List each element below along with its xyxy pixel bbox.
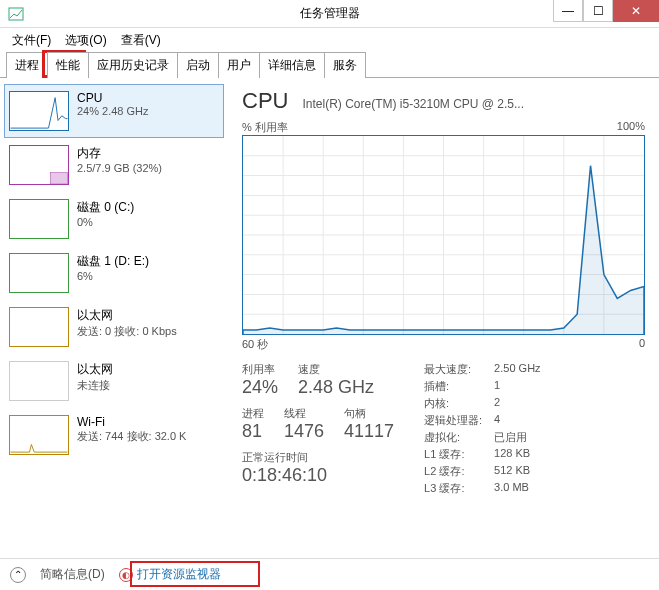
sidebar-eth0-title: 以太网 bbox=[77, 307, 177, 324]
cores-k: 内核: bbox=[424, 396, 494, 411]
cpu-thumb-icon bbox=[9, 91, 69, 131]
footer-bar: ⌃ 简略信息(D) ◐ 打开资源监视器 bbox=[0, 558, 659, 590]
cpu-description: Intel(R) Core(TM) i5-3210M CPU @ 2.5... bbox=[302, 97, 645, 111]
tab-bar: 进程 性能 应用历史记录 启动 用户 详细信息 服务 bbox=[0, 52, 659, 78]
fewer-details-icon[interactable]: ⌃ bbox=[10, 567, 26, 583]
menu-view[interactable]: 查看(V) bbox=[115, 30, 167, 51]
sidebar-item-disk1[interactable]: 磁盘 1 (D: E:) 6% bbox=[4, 246, 224, 300]
speed-label: 速度 bbox=[298, 362, 374, 377]
sidebar-eth1-sub: 未连接 bbox=[77, 378, 113, 393]
sidebar-item-memory[interactable]: 内存 2.5/7.9 GB (32%) bbox=[4, 138, 224, 192]
maxspeed-k: 最大速度: bbox=[424, 362, 494, 377]
sidebar-item-disk0[interactable]: 磁盘 0 (C:) 0% bbox=[4, 192, 224, 246]
handle-label: 句柄 bbox=[344, 406, 394, 421]
uptime-value: 0:18:46:10 bbox=[242, 465, 394, 486]
brief-info-link[interactable]: 简略信息(D) bbox=[40, 566, 105, 583]
sidebar-item-cpu[interactable]: CPU 24% 2.48 GHz bbox=[4, 84, 224, 138]
speed-value: 2.48 GHz bbox=[298, 377, 374, 398]
content-area: CPU 24% 2.48 GHz 内存 2.5/7.9 GB (32%) 磁盘 … bbox=[0, 78, 659, 558]
l1-v: 128 KB bbox=[494, 447, 530, 462]
svg-rect-0 bbox=[9, 8, 23, 20]
tab-app-history[interactable]: 应用历史记录 bbox=[88, 52, 178, 78]
window-title: 任务管理器 bbox=[300, 5, 360, 22]
wifi-thumb-icon bbox=[9, 415, 69, 455]
sidebar-cpu-sub: 24% 2.48 GHz bbox=[77, 105, 149, 117]
tab-details[interactable]: 详细信息 bbox=[259, 52, 325, 78]
sidebar: CPU 24% 2.48 GHz 内存 2.5/7.9 GB (32%) 磁盘 … bbox=[0, 78, 228, 558]
sidebar-mem-sub: 2.5/7.9 GB (32%) bbox=[77, 162, 162, 174]
resmon-label: 打开资源监视器 bbox=[137, 566, 221, 583]
virt-k: 虚拟化: bbox=[424, 430, 494, 445]
proc-label: 进程 bbox=[242, 406, 264, 421]
close-button[interactable]: ✕ bbox=[613, 0, 659, 22]
window-controls: — ☐ ✕ bbox=[553, 0, 659, 22]
virt-v: 已启用 bbox=[494, 430, 527, 445]
maxspeed-v: 2.50 GHz bbox=[494, 362, 540, 377]
main-heading: CPU bbox=[242, 88, 288, 114]
sidebar-mem-title: 内存 bbox=[77, 145, 162, 162]
maximize-button[interactable]: ☐ bbox=[583, 0, 613, 22]
l1-k: L1 缓存: bbox=[424, 447, 494, 462]
sidebar-disk1-title: 磁盘 1 (D: E:) bbox=[77, 253, 149, 270]
app-icon bbox=[8, 6, 24, 22]
open-resource-monitor-link[interactable]: ◐ 打开资源监视器 bbox=[119, 566, 221, 583]
sidebar-disk0-sub: 0% bbox=[77, 216, 134, 228]
logical-k: 逻辑处理器: bbox=[424, 413, 494, 428]
tab-performance[interactable]: 性能 bbox=[47, 52, 89, 78]
proc-value: 81 bbox=[242, 421, 264, 442]
menu-options[interactable]: 选项(O) bbox=[59, 30, 112, 51]
disk1-thumb-icon bbox=[9, 253, 69, 293]
sidebar-item-eth1[interactable]: 以太网 未连接 bbox=[4, 354, 224, 408]
handle-value: 41117 bbox=[344, 421, 394, 442]
sidebar-item-wifi[interactable]: Wi-Fi 发送: 744 接收: 32.0 K bbox=[4, 408, 224, 462]
main-panel: CPU Intel(R) Core(TM) i5-3210M CPU @ 2.5… bbox=[228, 78, 659, 558]
tab-startup[interactable]: 启动 bbox=[177, 52, 219, 78]
cpu-chart bbox=[242, 135, 645, 335]
sockets-k: 插槽: bbox=[424, 379, 494, 394]
uptime-label: 正常运行时间 bbox=[242, 450, 394, 465]
cores-v: 2 bbox=[494, 396, 500, 411]
minimize-button[interactable]: — bbox=[553, 0, 583, 22]
chart-ymax: 100% bbox=[617, 120, 645, 135]
util-label: 利用率 bbox=[242, 362, 278, 377]
sidebar-wifi-sub: 发送: 744 接收: 32.0 K bbox=[77, 429, 186, 444]
sidebar-item-eth0[interactable]: 以太网 发送: 0 接收: 0 Kbps bbox=[4, 300, 224, 354]
memory-thumb-icon bbox=[9, 145, 69, 185]
title-bar: 任务管理器 — ☐ ✕ bbox=[0, 0, 659, 28]
chart-xmax: 0 bbox=[639, 337, 645, 352]
sidebar-disk0-title: 磁盘 0 (C:) bbox=[77, 199, 134, 216]
menu-file[interactable]: 文件(F) bbox=[6, 30, 57, 51]
stats-area: 利用率 24% 速度 2.48 GHz 进程 81 线程 147 bbox=[242, 362, 645, 498]
sidebar-eth0-sub: 发送: 0 接收: 0 Kbps bbox=[77, 324, 177, 339]
svg-rect-1 bbox=[50, 173, 67, 184]
thread-value: 1476 bbox=[284, 421, 324, 442]
sidebar-disk1-sub: 6% bbox=[77, 270, 149, 282]
sidebar-cpu-title: CPU bbox=[77, 91, 149, 105]
l2-v: 512 KB bbox=[494, 464, 530, 479]
chart-area: % 利用率 100% bbox=[242, 120, 645, 352]
chart-xmin: 60 秒 bbox=[242, 337, 268, 352]
main-header: CPU Intel(R) Core(TM) i5-3210M CPU @ 2.5… bbox=[242, 88, 645, 114]
l2-k: L2 缓存: bbox=[424, 464, 494, 479]
util-value: 24% bbox=[242, 377, 278, 398]
l3-v: 3.0 MB bbox=[494, 481, 529, 496]
menu-bar: 文件(F) 选项(O) 查看(V) bbox=[0, 28, 659, 52]
thread-label: 线程 bbox=[284, 406, 324, 421]
sidebar-wifi-title: Wi-Fi bbox=[77, 415, 186, 429]
tab-processes[interactable]: 进程 bbox=[6, 52, 48, 78]
eth0-thumb-icon bbox=[9, 307, 69, 347]
l3-k: L3 缓存: bbox=[424, 481, 494, 496]
logical-v: 4 bbox=[494, 413, 500, 428]
tab-users[interactable]: 用户 bbox=[218, 52, 260, 78]
disk0-thumb-icon bbox=[9, 199, 69, 239]
sidebar-eth1-title: 以太网 bbox=[77, 361, 113, 378]
chart-ylabel: % 利用率 bbox=[242, 120, 288, 135]
tab-services[interactable]: 服务 bbox=[324, 52, 366, 78]
eth1-thumb-icon bbox=[9, 361, 69, 401]
resource-monitor-icon: ◐ bbox=[119, 568, 133, 582]
sockets-v: 1 bbox=[494, 379, 500, 394]
